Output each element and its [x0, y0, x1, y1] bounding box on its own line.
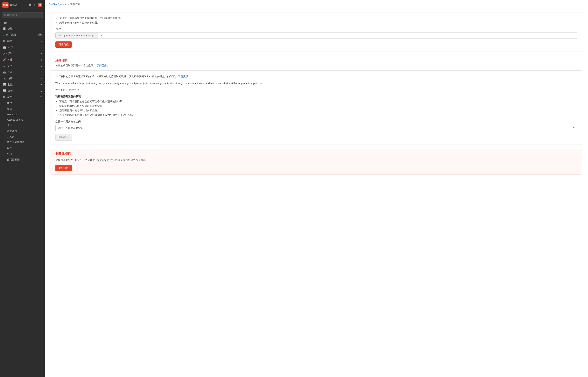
breadcrumb-link-devsecops[interactable]: DevSecOps — [49, 3, 62, 6]
namespace-select[interactable]: 选择一个新的命名空间 — [55, 125, 180, 131]
sidebar-subitem-analytics[interactable]: 分析 — [0, 151, 45, 157]
breadcrumb-link-ai[interactable]: ai — [65, 3, 67, 6]
merge-icon: ⑂ — [3, 33, 4, 36]
transfer-title: 转移项目 — [55, 59, 577, 63]
sidebar-item-label: 构建 — [8, 58, 13, 61]
chevron-right-icon: › — [41, 46, 42, 49]
chevron-right-icon: › — [41, 71, 42, 74]
path-input[interactable] — [98, 33, 577, 38]
sidebar-subitem-usage[interactable]: 使用量配额 — [0, 157, 45, 163]
transfer-notice-list: 请注意，更改项目的命名空间可能会产生非预期的副作用。 您只能将项目转移到您管理的… — [55, 100, 577, 117]
transfer-notice-2: 您只能将项目转移到您管理的命名空间。 — [59, 104, 577, 108]
sidebar-subitem-packages[interactable]: 软件包与镜像库 — [0, 139, 45, 145]
sidebar-item-label: 计划 — [8, 46, 13, 49]
merge-requests-badge: 0 — [38, 34, 42, 36]
sidebar-logo: 极狐 GitLab — [2, 2, 17, 8]
transfer-notice-3: 您需要更新本地仓库以指向新位置。 — [59, 109, 577, 112]
sidebar-subitem-monitor[interactable]: 监控 — [0, 145, 45, 151]
sidebar-header-actions: ▣ ＋ U — [29, 3, 42, 7]
sidebar-subitem-integration[interactable]: 集成 — [0, 106, 45, 112]
sidebar-item-label: 安全 — [7, 64, 12, 68]
build-icon: 🚀 — [3, 58, 6, 61]
sidebar-item-label: 合并请求 — [6, 33, 16, 36]
delete-info-suffix: 以及该项目包含的所有内容。 — [115, 159, 148, 162]
sidebar-item-label: 运维 — [8, 77, 13, 80]
no-group-row: 没有群组？ 创建一个 — [55, 88, 577, 92]
sidebar-item-label: 管理 — [7, 39, 12, 43]
sidebar-item-plan[interactable]: 📅 计划 › — [0, 44, 45, 50]
deploy-icon: 🚢 — [3, 71, 6, 74]
breadcrumb-sep-2: / — [68, 3, 69, 6]
sidebar-item-analytics[interactable]: 📈 分析 › — [0, 88, 45, 94]
transfer-project-button[interactable]: 转移项目 — [55, 134, 72, 141]
plan-icon: 📅 — [3, 46, 6, 49]
main-content: DevSecOps / ai / 常规设置 请注意，重命名项目的仓库可能会产生非… — [45, 0, 588, 377]
path-label: 路径 — [55, 27, 577, 31]
sidebar-item-manage[interactable]: ⚙ 管理 › — [0, 38, 45, 44]
transfer-info-learn-more[interactable]: 了解更多。 — [178, 75, 191, 78]
sidebar-item-label: 分析 — [8, 89, 13, 93]
create-group-link[interactable]: 创建一个 — [69, 88, 79, 91]
chevron-right-icon: › — [41, 83, 42, 86]
path-prefix: http://jhma.jihulab.net/devsecops/ — [56, 33, 98, 38]
path-section-body: 请注意，重命名项目的仓库可能会产生非预期的副作用。 您需要更新本地仓库以指向新位… — [51, 12, 582, 52]
security-icon: 🛡 — [3, 64, 5, 68]
ops-icon: 🔧 — [3, 77, 6, 80]
namespace-select-wrapper: 选择一个新的命名空间 ▼ — [55, 125, 577, 131]
delete-title: 删除此项目 — [55, 152, 577, 156]
sidebar-item-code[interactable]: ◇ 代码 › — [0, 50, 45, 57]
code-icon: ◇ — [3, 52, 5, 55]
delete-section: 删除此项目 此操作会删除在 2024-10-02 创建的 devsecops/a… — [51, 149, 582, 175]
delete-info-prefix: 此操作会删除在 2024-10-02 创建的 — [55, 159, 95, 162]
sidebar-subitem-general[interactable]: 通用 — [0, 100, 45, 106]
delete-project-code: devsecops/ai — [96, 159, 115, 162]
sidebar-item-label: 部署 — [8, 71, 13, 74]
breadcrumb-sep-1: / — [63, 3, 64, 6]
sidebar-search-container — [2, 12, 43, 18]
transfer-description: When you transfer your project to a grou… — [55, 81, 577, 85]
sidebar-item-issues[interactable]: 📋 议题 — [0, 25, 45, 32]
sidebar-item-merge-requests[interactable]: ⑂ 合并请求 0 — [0, 32, 45, 38]
chevron-right-icon: › — [41, 40, 42, 43]
sidebar-item-label: 代码 — [6, 52, 12, 55]
transfer-subtitle: 将您的项目转移到另一个命名空间。 了解更多。 — [55, 64, 577, 67]
sidebar-item-settings[interactable]: ⚙ 设置 ∨ — [0, 94, 45, 100]
search-input[interactable] — [2, 12, 43, 18]
transfer-notice-title: 转移前需要注意的事项： — [55, 95, 577, 98]
breadcrumb: DevSecOps / ai / 常规设置 — [45, 0, 588, 8]
path-input-row: http://jhma.jihulab.net/devsecops/ — [55, 32, 577, 39]
sidebar-item-ops[interactable]: 🔧 运维 › — [0, 75, 45, 82]
sidebar-item-build[interactable]: 🚀 构建 › — [0, 57, 45, 63]
transfer-notice-4: 当项目转移到群组后，其可见性级别将更改为与命名空间规则匹配。 — [59, 113, 577, 117]
transfer-learn-more-link[interactable]: 了解更多。 — [97, 64, 109, 67]
sidebar-item-security[interactable]: 🛡 安全 › — [0, 63, 45, 69]
path-section: 请注意，重命名项目的仓库可能会产生非预期的副作用。 您需要更新本地仓库以指向新位… — [51, 12, 582, 52]
transfer-section: 转移项目 将您的项目转移到另一个命名空间。 了解更多。 一个项目的仓库名称定义了… — [51, 56, 582, 145]
chevron-right-icon: › — [41, 90, 42, 92]
chevron-right-icon: › — [41, 58, 42, 61]
settings-icon: ⚙ — [3, 95, 5, 99]
sidebar-subitem-cicd[interactable]: CI/CD — [0, 134, 45, 139]
sidebar-item-label: 议题 — [8, 27, 13, 30]
sidebar-item-label: 设置 — [7, 95, 12, 99]
change-path-button[interactable]: 更改路径 — [55, 41, 72, 48]
user-avatar[interactable]: U — [38, 3, 42, 7]
transfer-info-main: 一个项目的仓库名称定义了它的URL（用来通过浏览器访问项目）以及它在安装GitL… — [55, 75, 177, 78]
sidebar-item-monitor[interactable]: 📊 监控 › — [0, 82, 45, 88]
select-namespace-label: 选择一个新的命名空间 — [55, 120, 577, 123]
sidebar-toggle-icon[interactable]: ▣ — [29, 3, 32, 7]
transfer-info-text: 一个项目的仓库名称定义了它的URL（用来通过浏览器访问项目）以及它在安装GitL… — [55, 74, 577, 79]
chevron-right-icon: › — [41, 77, 42, 80]
sidebar-add-icon[interactable]: ＋ — [33, 3, 36, 7]
breadcrumb-current: 常规设置 — [70, 2, 80, 6]
delete-info-text: 此操作会删除在 2024-10-02 创建的 devsecops/ai 以及该项… — [55, 158, 577, 162]
sidebar-subitem-access-tokens[interactable]: Access tokens — [0, 117, 45, 122]
no-group-text: 没有群组？ — [55, 88, 68, 91]
monitor-icon: 📊 — [3, 83, 6, 86]
sidebar-subitem-repository[interactable]: 仓库 — [0, 122, 45, 128]
sidebar-subitem-webhooks[interactable]: Webhooks — [0, 112, 45, 117]
sidebar-subitem-merge-requests[interactable]: 合并请求 — [0, 128, 45, 134]
page-content: 请注意，重命名项目的仓库可能会产生非预期的副作用。 您需要更新本地仓库以指向新位… — [45, 8, 588, 377]
sidebar-item-deploy[interactable]: 🚢 部署 › — [0, 69, 45, 75]
delete-project-button[interactable]: 删除项目 — [55, 165, 72, 171]
